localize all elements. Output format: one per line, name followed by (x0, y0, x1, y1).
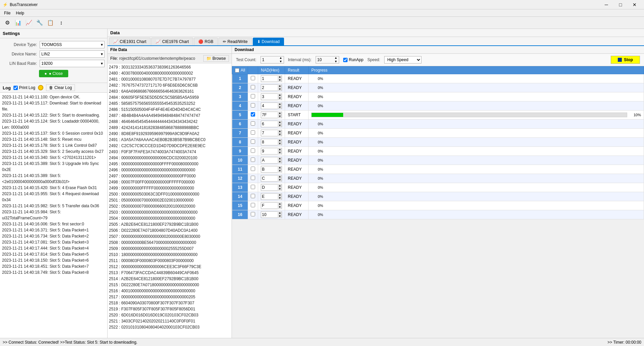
nad-spin-down[interactable]: ▼ (278, 106, 282, 109)
nad-input[interactable] (261, 85, 278, 90)
nad-spin-up[interactable]: ▲ (278, 112, 282, 115)
nad-spin: ▲▼ (278, 157, 282, 164)
nad-input[interactable] (261, 76, 278, 81)
nad-spin-down[interactable]: ▼ (278, 97, 282, 100)
nad-spin-up[interactable]: ▲ (278, 211, 282, 215)
row-checkbox[interactable] (251, 148, 255, 153)
stop-button[interactable]: Stop (611, 56, 640, 64)
nad-spin-down[interactable]: ▼ (278, 142, 282, 145)
settings-icon[interactable]: ⚙ (3, 18, 12, 28)
nad-input[interactable] (261, 94, 278, 99)
nad-spin-up[interactable]: ▲ (278, 148, 282, 151)
maximize-button[interactable]: □ (614, 1, 627, 8)
nad-spin-up[interactable]: ▲ (278, 84, 282, 88)
print-log-checkbox-label[interactable]: Print Log (13, 85, 35, 90)
tool-icon[interactable]: 🔧 (35, 18, 44, 28)
nad-spin-up[interactable]: ▲ (278, 193, 282, 197)
nad-spin-up[interactable]: ▲ (278, 130, 282, 133)
nad-spin-down[interactable]: ▼ (278, 160, 282, 164)
device-name-select[interactable]: LIN2 ▾ (40, 50, 105, 58)
nad-spin-down[interactable]: ▼ (278, 115, 282, 118)
nad-spin-down[interactable]: ▼ (278, 206, 282, 209)
nad-spin-down[interactable]: ▼ (278, 215, 282, 218)
nad-spin-down[interactable]: ▼ (278, 124, 282, 127)
row-checkbox[interactable] (251, 176, 255, 180)
print-log-checkbox[interactable] (13, 86, 18, 90)
row-checkbox[interactable] (251, 158, 255, 162)
nad-input[interactable] (261, 113, 278, 117)
speed-select[interactable]: High Speed Low Speed Medium Speed (384, 56, 421, 63)
nad-spin-up[interactable]: ▲ (278, 202, 282, 206)
row-checkbox[interactable] (251, 112, 255, 117)
test-count-spinner[interactable]: 1 ▲ ▼ (260, 56, 284, 63)
nad-input[interactable] (261, 167, 278, 172)
row-checkbox[interactable] (251, 194, 255, 198)
nad-spin-down[interactable]: ▼ (278, 79, 282, 82)
minimize-button[interactable]: ─ (600, 1, 613, 8)
row-checkbox[interactable] (251, 121, 255, 126)
test-count-up[interactable]: ▲ (279, 56, 282, 60)
nad-spin-down[interactable]: ▼ (278, 133, 282, 136)
nad-input[interactable] (261, 149, 278, 154)
row-checkbox[interactable] (251, 167, 255, 171)
row-checkbox[interactable] (251, 185, 255, 189)
chart-bar-icon[interactable]: 📊 (13, 18, 23, 28)
clipboard-icon[interactable]: 📋 (46, 18, 55, 28)
nad-spin-down[interactable]: ▼ (278, 88, 282, 91)
nad-spin-up[interactable]: ▲ (278, 93, 282, 97)
interval-up[interactable]: ▲ (334, 56, 337, 60)
nad-spin-down[interactable]: ▼ (278, 197, 282, 200)
nad-spin-up[interactable]: ▲ (278, 139, 282, 142)
nad-spin-down[interactable]: ▼ (278, 187, 282, 191)
nad-spin-up[interactable]: ▲ (278, 75, 282, 79)
browse-button[interactable]: 📁 Browse (203, 55, 229, 62)
tab-cie1976[interactable]: 📈 CIE1976 Chart (151, 38, 193, 45)
clear-log-button[interactable]: 🗑 Clear Log (46, 84, 75, 91)
nad-input[interactable] (261, 212, 278, 217)
nad-input[interactable] (261, 103, 278, 108)
nad-input[interactable] (261, 131, 278, 135)
runapp-label[interactable]: RunApp (343, 57, 363, 62)
window-close-button[interactable]: ✕ (628, 1, 641, 8)
nad-input[interactable] (261, 140, 278, 144)
nad-input[interactable] (261, 203, 278, 208)
transfer-icon[interactable]: ↕ (56, 18, 66, 28)
nad-spin-down[interactable]: ▼ (278, 151, 282, 155)
nad-spin-up[interactable]: ▲ (278, 157, 282, 160)
baud-rate-select[interactable]: 19200 ▾ (40, 60, 105, 67)
nad-spin-up[interactable]: ▲ (278, 121, 282, 124)
interval-spinner[interactable]: 10 ▲ ▼ (316, 56, 339, 63)
row-checkbox[interactable] (251, 94, 255, 98)
nad-spin-up[interactable]: ▲ (278, 184, 282, 187)
device-type-select[interactable]: TOOMOSS ▾ (40, 41, 105, 48)
nad-spin-up[interactable]: ▲ (278, 166, 282, 169)
menu-help[interactable]: Help (13, 10, 27, 16)
row-checkbox[interactable] (251, 103, 255, 107)
tab-download[interactable]: ⬇ Download (253, 38, 284, 45)
nad-input[interactable] (261, 176, 278, 181)
nad-spin-down[interactable]: ▼ (278, 178, 282, 182)
row-checkbox[interactable] (251, 139, 255, 144)
tab-readwrite[interactable]: ✏ Read/Write (218, 38, 252, 45)
nad-spin-up[interactable]: ▲ (278, 102, 282, 106)
nad-input[interactable] (261, 158, 278, 163)
nad-input[interactable] (261, 194, 278, 199)
menu-file[interactable]: File (1, 10, 13, 16)
all-checkbox[interactable] (235, 68, 239, 73)
nad-input[interactable] (261, 122, 278, 126)
chart-line-icon[interactable]: 📈 (24, 18, 34, 28)
test-count-down[interactable]: ▼ (279, 60, 282, 63)
nad-spin-up[interactable]: ▲ (278, 175, 282, 178)
row-checkbox[interactable] (251, 76, 255, 80)
tab-cie1931[interactable]: 📈 CIE1931 Chart (109, 38, 151, 45)
row-checkbox[interactable] (251, 203, 255, 207)
close-device-button[interactable]: ● ● Close (39, 70, 68, 77)
runapp-checkbox[interactable] (343, 58, 348, 62)
nad-spin-down[interactable]: ▼ (278, 169, 282, 173)
row-checkbox[interactable] (251, 212, 255, 216)
nad-input[interactable] (261, 185, 278, 190)
row-checkbox[interactable] (251, 130, 255, 135)
tab-rgb[interactable]: 🔴 RGB (194, 38, 218, 45)
row-checkbox[interactable] (251, 85, 255, 89)
interval-down[interactable]: ▼ (334, 60, 337, 63)
